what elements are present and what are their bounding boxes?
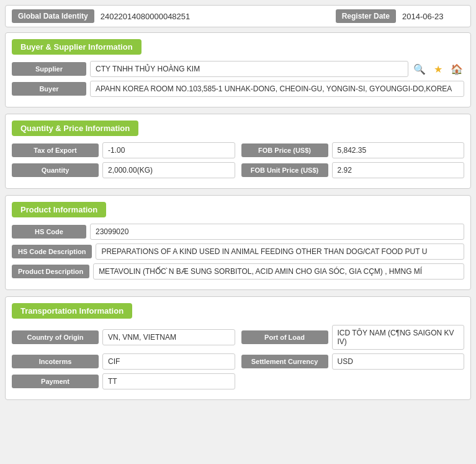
search-icon[interactable]: 🔍 — [412, 61, 427, 76]
register-date-label: Register Date — [336, 9, 396, 23]
buyer-row: Buyer APAHN KOREA ROOM NO.103,585-1 UNHA… — [12, 81, 464, 97]
hs-desc-label: HS Code Description — [12, 245, 92, 258]
country-value: VN, VNM, VIETNAM — [102, 329, 235, 345]
product-desc-label: Product Description — [12, 265, 89, 278]
action-icons: 🔍 ★ 🏠 — [412, 61, 464, 76]
settlement-col: Settlement Currency USD — [241, 353, 465, 370]
star-icon[interactable]: ★ — [431, 61, 446, 76]
country-label: Country of Origin — [12, 330, 99, 344]
supplier-value: CTY TNHH THỦY HOÀNG KIM — [90, 61, 408, 77]
hs-code-row: HS Code 23099020 — [12, 224, 464, 240]
port-label: Port of Load — [241, 330, 328, 344]
buyer-value: APAHN KOREA ROOM NO.103,585-1 UNHAK-DONG… — [90, 81, 464, 97]
page-wrapper: Global Data Identity 2402201408000004825… — [0, 0, 476, 411]
country-port-row: Country of Origin VN, VNM, VIETNAM Port … — [12, 325, 464, 350]
incoterms-col: Incoterms CIF — [12, 353, 235, 370]
quantity-price-section: Quantity & Price Information Tax of Expo… — [5, 114, 471, 189]
quantity-value: 2,000.00(KG) — [102, 162, 235, 178]
tax-value: -1.00 — [102, 142, 235, 158]
hs-desc-row: HS Code Description PREPARATIONS OF A KI… — [12, 243, 464, 260]
quantity-price-title: Quantity & Price Information — [12, 121, 138, 136]
transportation-section: Transportation Information Country of Or… — [5, 296, 471, 400]
product-desc-value: METAVOLIN (THỐC ̀N BÆ SUNG SORBITOL, ACI… — [93, 263, 464, 280]
incoterms-label: Incoterms — [12, 355, 99, 368]
tax-col: Tax of Export -1.00 — [12, 142, 235, 158]
global-data-value: 24022014080000048251 — [101, 12, 330, 21]
product-info-title: Product Information — [12, 202, 106, 217]
tax-label: Tax of Export — [12, 143, 99, 157]
payment-col: Payment TT — [12, 373, 235, 389]
fob-price-col: FOB Price (US$) 5,842.35 — [241, 142, 465, 158]
fob-unit-value: 2.92 — [332, 162, 465, 178]
quantity-col: Quantity 2,000.00(KG) — [12, 162, 235, 178]
settlement-label: Settlement Currency — [241, 355, 328, 368]
payment-value: TT — [102, 373, 235, 389]
global-data-label: Global Data Identity — [12, 9, 94, 23]
buyer-label: Buyer — [12, 82, 86, 96]
hs-code-value: 23099020 — [90, 224, 464, 240]
supplier-label: Supplier — [12, 62, 86, 76]
transportation-title: Transportation Information — [12, 303, 132, 319]
incoterms-value: CIF — [102, 353, 235, 370]
supplier-row: Supplier CTY TNHH THỦY HOÀNG KIM 🔍 ★ 🏠 — [12, 61, 464, 77]
payment-row: Payment TT — [12, 373, 464, 389]
hs-code-label: HS Code — [12, 225, 86, 239]
home-icon[interactable]: 🏠 — [449, 61, 464, 76]
buyer-supplier-title: Buyer & Supplier Information — [12, 39, 141, 55]
qty-fobunit-row: Quantity 2,000.00(KG) FOB Unit Price (US… — [12, 162, 464, 178]
fob-unit-label: FOB Unit Price (US$) — [241, 163, 328, 177]
payment-empty-col — [241, 373, 465, 389]
product-info-section: Product Information HS Code 23099020 HS … — [5, 195, 471, 290]
payment-label: Payment — [12, 375, 99, 388]
port-col: Port of Load ICD TÔY NAM (C¶NG SAIGON KV… — [241, 325, 465, 350]
settlement-value: USD — [332, 353, 465, 370]
hs-desc-value: PREPARATIONS OF A KIND USED IN ANIMAL FE… — [96, 243, 464, 260]
fob-price-value: 5,842.35 — [332, 142, 465, 158]
country-col: Country of Origin VN, VNM, VIETNAM — [12, 325, 235, 350]
buyer-supplier-section: Buyer & Supplier Information Supplier CT… — [5, 32, 471, 107]
register-date-value: 2014-06-23 — [402, 12, 464, 21]
fob-price-label: FOB Price (US$) — [241, 143, 328, 157]
incoterms-settlement-row: Incoterms CIF Settlement Currency USD — [12, 353, 464, 370]
quantity-label: Quantity — [12, 163, 99, 177]
port-value: ICD TÔY NAM (C¶NG SAIGON KV IV) — [332, 325, 465, 350]
top-bar: Global Data Identity 2402201408000004825… — [5, 5, 471, 27]
fob-unit-col: FOB Unit Price (US$) 2.92 — [241, 162, 465, 178]
tax-fob-row: Tax of Export -1.00 FOB Price (US$) 5,84… — [12, 142, 464, 158]
product-desc-row: Product Description METAVOLIN (THỐC ̀N B… — [12, 263, 464, 280]
